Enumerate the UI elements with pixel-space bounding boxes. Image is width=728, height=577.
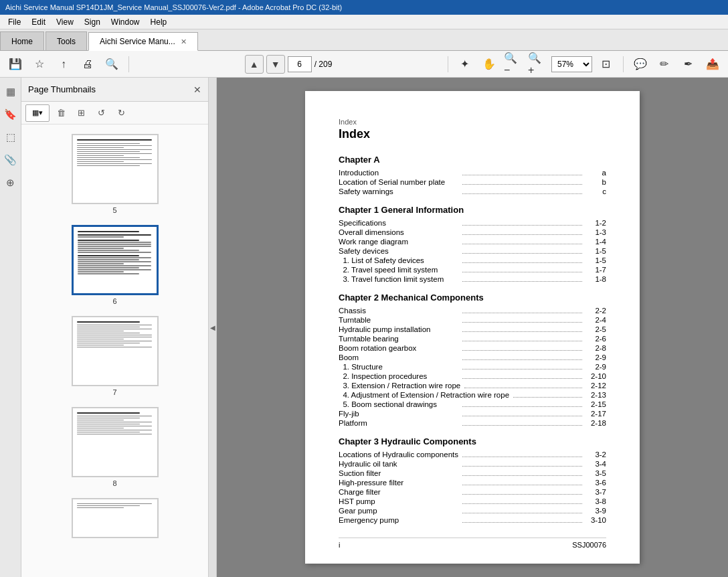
toolbar-separator-3 <box>623 56 624 72</box>
index-row: Safety warnings c <box>339 187 606 195</box>
index-row: HST pump 3-8 <box>339 497 606 505</box>
index-row: 5. Boom sectional drawings 2-15 <box>339 400 606 408</box>
thumb-num-5: 5 <box>112 206 116 214</box>
thumb-num-8: 8 <box>112 479 116 487</box>
main-area: ▦ 🔖 ⬚ 📎 ⊕ Page Thumbnails ✕ ▦▾ 🗑 ⊞ ↺ ↻ <box>0 78 728 577</box>
find-button[interactable]: 🔍 <box>102 55 122 74</box>
index-row: 2. Inspection procedures 2-10 <box>339 372 606 380</box>
tab-document-label: Aichi Service Manu... <box>100 37 175 46</box>
tab-close-icon[interactable]: ✕ <box>181 37 187 46</box>
menu-help[interactable]: Help <box>145 16 173 28</box>
tab-tools[interactable]: Tools <box>46 31 87 50</box>
index-row-list-of-safety: 1. List of Safety devices 1-5 <box>339 256 606 264</box>
page-footer: i SSJ00076 <box>339 538 606 549</box>
save-button[interactable]: 💾 <box>5 55 25 74</box>
rotate-cw-button[interactable]: ↻ <box>112 104 130 122</box>
index-row: Platform 2-18 <box>339 419 606 427</box>
tab-tools-label: Tools <box>57 37 76 46</box>
chapter-a-heading: Chapter A <box>339 155 606 165</box>
pdf-header-label: Index <box>339 118 606 126</box>
thumbnail-size-dropdown[interactable]: ▦▾ <box>25 104 50 122</box>
pdf-viewer: Index Index Chapter A Introduction a Loc… <box>217 78 728 577</box>
thumbnail-6[interactable]: 6 <box>21 221 208 309</box>
highlight-button[interactable]: ✏ <box>654 55 674 74</box>
layers-icon[interactable]: ⬚ <box>2 129 19 146</box>
print-button[interactable]: 🖨 <box>78 55 98 74</box>
index-row: Turntable 2-4 <box>339 316 606 324</box>
index-row: 4. Adjustment of Extension / Retraction … <box>339 391 606 399</box>
menu-edit[interactable]: Edit <box>26 16 51 28</box>
index-row: 3. Travel function limit system 1-8 <box>339 275 606 283</box>
index-row: Chassis 2-2 <box>339 307 606 315</box>
index-row: Introduction a <box>339 169 606 177</box>
menu-sign[interactable]: Sign <box>79 16 106 28</box>
index-row: 3. Extension / Retraction wire rope 2-12 <box>339 382 606 390</box>
index-row: Emergency pump 3-10 <box>339 516 606 524</box>
menu-file[interactable]: File <box>3 16 26 28</box>
page-thumbnail-icon[interactable]: ▦ <box>2 83 19 100</box>
menu-view[interactable]: View <box>51 16 79 28</box>
bookmark-button[interactable]: ☆ <box>29 55 50 74</box>
chapter-1-heading: Chapter 1 General Information <box>339 205 606 215</box>
toolbar: 💾 ☆ ↑ 🖨 🔍 ▲ ▼ / 209 ✦ ✋ 🔍− 🔍+ 57% 75% 10… <box>0 51 728 78</box>
index-row: Fly-jib 2-17 <box>339 410 606 418</box>
pdf-page: Index Index Chapter A Introduction a Loc… <box>305 91 640 564</box>
toolbar-separator-1 <box>128 56 129 72</box>
comment-button[interactable]: 💬 <box>630 55 650 74</box>
index-row: Boom rotation gearbox 2-8 <box>339 344 606 352</box>
thumbnail-5[interactable]: 5 <box>21 130 208 218</box>
index-row: 1. Structure 2-9 <box>339 363 606 371</box>
thumb-frame-7 <box>72 316 159 386</box>
index-row: Overall dimensions 1-3 <box>339 228 606 236</box>
tab-document[interactable]: Aichi Service Manu... ✕ <box>88 32 198 51</box>
bookmarks-icon[interactable]: 🔖 <box>2 106 19 123</box>
thumb-frame-5 <box>72 134 159 204</box>
thumb-frame-6 <box>72 225 159 295</box>
menu-window[interactable]: Window <box>106 16 145 28</box>
menubar: File Edit View Sign Window Help <box>0 15 728 29</box>
index-row: High-pressure filter 3-6 <box>339 479 606 487</box>
footer-left: i <box>339 541 340 549</box>
index-row: Charge filter 3-7 <box>339 488 606 496</box>
signatures-icon[interactable]: ⊕ <box>2 174 19 191</box>
extract-pages-button[interactable]: ⊞ <box>72 104 90 122</box>
cursor-tool-button[interactable]: ✦ <box>455 55 475 74</box>
index-row: Location of Serial number plate b <box>339 178 606 186</box>
page-separator: / 209 <box>314 60 333 69</box>
thumbnail-7[interactable]: 7 <box>21 312 208 400</box>
thumbnails-panel: 5 <box>21 125 208 577</box>
thumb-frame-8 <box>72 407 159 477</box>
panel-toolbar: ▦▾ 🗑 ⊞ ↺ ↻ <box>21 102 208 125</box>
index-row: Gear pump 3-9 <box>339 507 606 515</box>
sign-button[interactable]: ✒ <box>678 55 699 74</box>
next-page-button[interactable]: ▼ <box>266 55 285 74</box>
panel-close-icon[interactable]: ✕ <box>193 84 201 95</box>
titlebar-text: Aichi Service Manual SP14D1JM_Service Ma… <box>5 3 342 11</box>
tab-home[interactable]: Home <box>0 31 44 50</box>
share-button[interactable]: ↑ <box>54 55 74 74</box>
zoom-select[interactable]: 57% 75% 100% 125% 150% <box>551 56 592 72</box>
hand-tool-button[interactable]: ✋ <box>479 55 499 74</box>
panel-collapse-handle[interactable]: ◀ <box>209 78 217 577</box>
index-row: Specifications 1-2 <box>339 219 606 227</box>
icon-sidebar: ▦ 🔖 ⬚ 📎 ⊕ <box>0 78 21 577</box>
attachments-icon[interactable]: 📎 <box>2 151 19 169</box>
rotate-ccw-button[interactable]: ↺ <box>92 104 110 122</box>
prev-page-button[interactable]: ▲ <box>245 55 264 74</box>
pdf-index-title: Index <box>339 127 606 141</box>
panel-header: Page Thumbnails ✕ <box>21 78 208 102</box>
panel-title: Page Thumbnails <box>28 84 96 94</box>
zoom-out-button[interactable]: 🔍− <box>503 55 523 74</box>
index-row: Hydraulic oil tank 3-4 <box>339 460 606 468</box>
page-input[interactable] <box>288 56 312 72</box>
index-row: Safety devices 1-5 <box>339 247 606 255</box>
thumbnail-9[interactable] <box>21 494 208 542</box>
delete-page-button[interactable]: 🗑 <box>52 104 70 122</box>
thumbnail-8[interactable]: 8 <box>21 403 208 491</box>
tabbar: Home Tools Aichi Service Manu... ✕ <box>0 29 728 51</box>
index-row: Locations of Hydraulic components 3-2 <box>339 450 606 459</box>
fit-page-button[interactable]: ⊡ <box>596 55 616 74</box>
zoom-in-button[interactable]: 🔍+ <box>527 55 547 74</box>
titlebar: Aichi Service Manual SP14D1JM_Service Ma… <box>0 0 728 15</box>
send-button[interactable]: 📤 <box>703 55 723 74</box>
